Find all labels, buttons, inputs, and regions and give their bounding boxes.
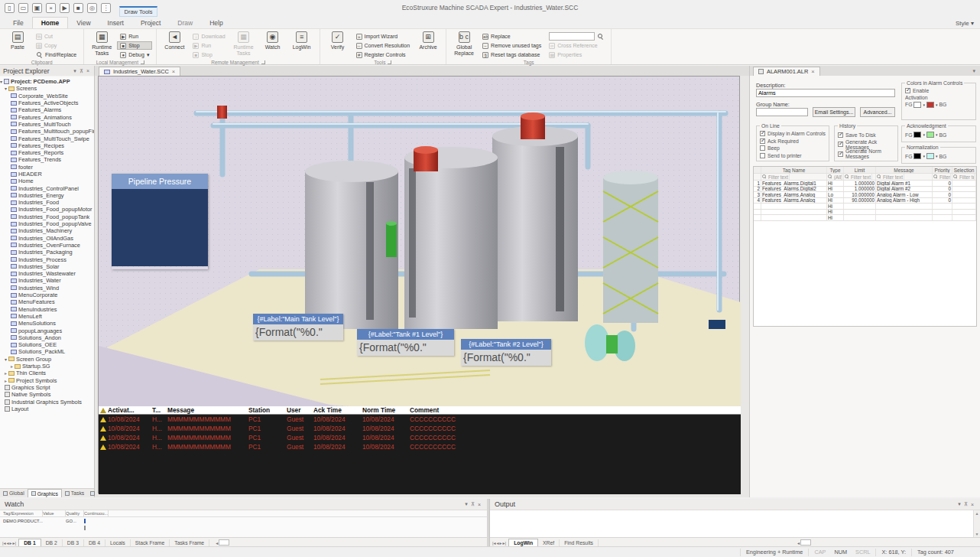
connect-button[interactable]: ◄Connect — [161, 31, 188, 50]
tab-tasks[interactable]: Tasks — [62, 489, 87, 497]
continuous-checkbox[interactable] — [84, 519, 86, 523]
tree-item-screen[interactable]: Features_Trends — [0, 156, 94, 163]
tab-nav-arrows[interactable]: |◂◂▸▸| — [0, 540, 18, 546]
tree-item-screen[interactable]: Industries_Solar — [0, 263, 94, 270]
chevron-down-icon[interactable]: ▾ — [923, 132, 925, 137]
chevron-down-icon[interactable]: ▾ — [72, 68, 78, 74]
alarm-tag-row[interactable]: 2Features_Alarms.Digital2Hi 1.000000Digi… — [754, 187, 976, 193]
tab-locals[interactable]: Locals — [105, 539, 131, 546]
tree-item-screen[interactable]: Corporate_WebSite — [0, 93, 94, 99]
tree-item-screen[interactable]: Features_ActiveObjects — [0, 99, 94, 106]
tree-item-screen[interactable]: Industries_Packaging — [0, 249, 94, 256]
checkbox[interactable] — [838, 151, 843, 157]
tree-item-screen[interactable]: MenuSolutions — [0, 320, 94, 327]
checkbox[interactable] — [838, 132, 843, 138]
find-replace-button[interactable]: Find/Replace — [33, 50, 80, 59]
tree-item-screens-folder[interactable]: Screens — [0, 85, 94, 92]
chevron-down-icon[interactable]: ▾ — [923, 103, 925, 107]
description-field[interactable] — [756, 89, 895, 97]
tree-item-screen[interactable]: footer — [0, 164, 94, 171]
tab-db2[interactable]: DB 2 — [41, 539, 63, 546]
runtime-tasks-button[interactable]: ▦Runtime Tasks — [88, 31, 115, 57]
filter-icon[interactable] — [953, 174, 958, 179]
tree-item-screen[interactable]: Features_Recipes — [0, 142, 94, 149]
verify-button[interactable]: ✓Verify — [324, 31, 352, 50]
advanced-button[interactable]: Advanced... — [860, 107, 895, 117]
tree-item-project-symbols[interactable]: Project Symbols — [0, 376, 94, 383]
tab-project[interactable]: Project — [132, 18, 169, 28]
cross-reference-button[interactable]: ∞Cross Reference — [546, 41, 607, 50]
tree-item-screen[interactable]: Industries_Food — [0, 199, 94, 206]
horizontal-scrollbar[interactable]: ◂ — [216, 539, 229, 546]
reset-tags-database-button[interactable]: §Reset tags database — [479, 50, 544, 59]
copy-button[interactable]: ▥Copy — [33, 41, 80, 50]
checkbox[interactable] — [760, 138, 765, 144]
main-tank-level-label[interactable]: {#Label:"Main Tank Level"} {Format("%0." — [253, 314, 343, 340]
tree-item-screen[interactable]: Industries_Food_popupTank — [0, 213, 94, 220]
ack-fg-swatch[interactable] — [913, 132, 921, 138]
tab-tasks-frame[interactable]: Tasks Frame — [170, 539, 209, 546]
filter-icon[interactable] — [877, 174, 881, 179]
alarm-document-tab[interactable]: ALARM001.ALR× — [753, 67, 820, 76]
tab-db4[interactable]: DB 4 — [84, 539, 105, 546]
global-replace-button[interactable]: b cGlobal Replace — [450, 31, 478, 57]
tree-item-screen[interactable]: Industries_Food_popupMotor — [0, 206, 94, 213]
screen-canvas[interactable]: Pipeline Pressure {#Label:"Main Tank Lev… — [98, 76, 740, 493]
tank1-level-label[interactable]: {#Label:"Tank #1 Level"} {Format("%0." — [357, 329, 454, 356]
pin-icon[interactable]: ⊼ — [469, 501, 476, 507]
alarm-tags-table[interactable]: Tag NameType LimitMessage PrioritySelect… — [753, 166, 977, 327]
checkbox[interactable] — [838, 142, 843, 147]
tree-item-screen[interactable]: Industries_Food_popupValve — [0, 220, 94, 227]
email-settings-button[interactable]: Email Settings... — [813, 107, 855, 117]
import-wizard-button[interactable]: »Import Wizard — [353, 32, 414, 41]
pin-icon[interactable]: ⊼ — [78, 68, 85, 74]
tree-item-screen[interactable]: Solutions_OEE — [0, 341, 94, 348]
tree-item-graphics-script[interactable]: Graphics Script — [0, 384, 94, 391]
alarm-tag-row[interactable]: 4Features_Alarms.AnalogHi 90.000000Analo… — [754, 198, 976, 204]
tree-item-native-symbols[interactable]: Native Symbols — [0, 391, 94, 398]
tab-find-results[interactable]: Find Results — [560, 539, 599, 546]
tree-item-screen[interactable]: Industries_Wastewater — [0, 270, 94, 277]
tree-item-screen[interactable]: MenuLeft — [0, 313, 94, 320]
checkbox[interactable] — [905, 88, 910, 93]
alarm-tag-row[interactable]: Hi — [754, 210, 976, 216]
tree-item-project-root[interactable]: Project: PCDemo.APP — [0, 78, 94, 85]
close-icon[interactable]: × — [969, 502, 975, 507]
pin-icon[interactable]: ⊼ — [962, 501, 969, 507]
alarm-grid-object[interactable]: Activat...T... MessageStation UserAck Ti… — [99, 406, 741, 494]
watch-row[interactable]: DEMO.PRODUCT...GO... — [0, 517, 487, 524]
tree-item-screen[interactable]: Industries_ControlPanel — [0, 184, 94, 191]
tag-search-input[interactable] — [549, 32, 595, 41]
filter-icon[interactable] — [933, 174, 938, 179]
tree-item-screen[interactable]: Industries_Energy — [0, 192, 94, 199]
remove-unused-tags-button[interactable]: −Remove unused tags — [479, 41, 544, 50]
tree-item-layout[interactable]: Layout — [0, 406, 94, 412]
tree-item-screen[interactable]: Features_MultiTouch — [0, 121, 94, 128]
checkbox[interactable] — [760, 131, 765, 136]
tab-stack-frame[interactable]: Stack Frame — [131, 539, 170, 546]
vertical-scrollbar[interactable]: ▲▼ — [973, 510, 980, 537]
tree-item-screen-group[interactable]: Screen Group — [0, 356, 94, 363]
tree-item-screen[interactable]: Features_MultiTouch_Swipe — [0, 135, 94, 142]
logwin-button[interactable]: ≡LogWin — [288, 31, 316, 50]
checkbox[interactable] — [760, 153, 765, 158]
pipeline-pressure-panel[interactable]: Pipeline Pressure — [112, 174, 208, 269]
stop-button[interactable]: ■Stop — [117, 41, 152, 50]
tab-view[interactable]: View — [68, 18, 99, 28]
horizontal-scrollbar[interactable]: ◂ — [797, 539, 811, 546]
remote-stop-button[interactable]: ■Stop — [190, 50, 228, 59]
tree-item-screen[interactable]: Industries_Process — [0, 256, 94, 262]
document-tab[interactable]: Industries_Water.SCC× — [99, 67, 180, 76]
norm-fg-swatch[interactable] — [913, 153, 921, 159]
tree-item-screen[interactable]: Industries_OilAndGas — [0, 235, 94, 242]
debug-button[interactable]: ●Debug ▾ — [117, 50, 152, 59]
tree-item-screen[interactable]: popupLanguages — [0, 327, 94, 334]
filter-icon[interactable] — [762, 174, 767, 179]
alarm-tag-row[interactable]: 1Features_Alarms.Digital1Hi 1.000000Digi… — [754, 181, 976, 187]
alarm-tag-row[interactable]: Hi — [754, 204, 976, 210]
paste-button[interactable]: ▤Paste — [4, 31, 31, 50]
tree-item-startup-sg[interactable]: Startup.SG — [0, 363, 94, 370]
tank2-level-label[interactable]: {#Label:"Tank #2 Level"} {Format("%0." — [461, 339, 551, 366]
tab-logwin[interactable]: LogWin — [508, 539, 538, 546]
replace-button[interactable]: abReplace — [479, 32, 544, 41]
